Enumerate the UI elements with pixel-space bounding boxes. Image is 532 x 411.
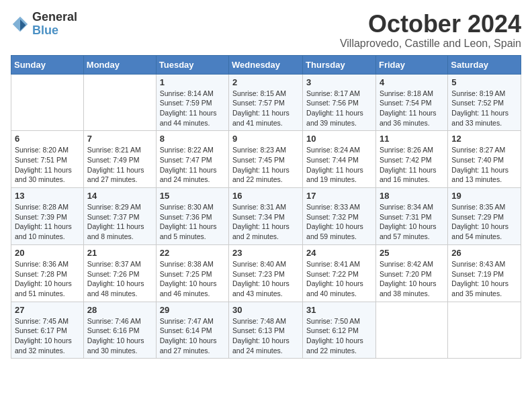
day-number: 17: [306, 191, 372, 201]
header-tuesday: Tuesday: [156, 55, 228, 74]
day-number: 4: [380, 77, 444, 87]
calendar-cell: [448, 302, 521, 359]
calendar-cell: 12Sunrise: 8:27 AM Sunset: 7:40 PM Dayli…: [448, 131, 521, 188]
calendar-week-row: 1Sunrise: 8:14 AM Sunset: 7:59 PM Daylig…: [11, 74, 521, 131]
calendar-cell: 18Sunrise: 8:34 AM Sunset: 7:31 PM Dayli…: [375, 188, 447, 245]
calendar-cell: 17Sunrise: 8:33 AM Sunset: 7:32 PM Dayli…: [303, 188, 376, 245]
logo-blue: Blue: [32, 24, 77, 38]
calendar-cell: 16Sunrise: 8:31 AM Sunset: 7:34 PM Dayli…: [229, 188, 303, 245]
calendar-table: SundayMondayTuesdayWednesdayThursdayFrid…: [11, 55, 521, 359]
day-number: 23: [232, 248, 299, 258]
calendar-cell: 3Sunrise: 8:17 AM Sunset: 7:56 PM Daylig…: [303, 74, 376, 131]
calendar-cell: 21Sunrise: 8:37 AM Sunset: 7:26 PM Dayli…: [83, 244, 156, 302]
day-info: Sunrise: 8:18 AM Sunset: 7:54 PM Dayligh…: [380, 89, 444, 128]
day-number: 13: [15, 191, 80, 201]
day-number: 31: [306, 305, 372, 315]
calendar-cell: 1Sunrise: 8:14 AM Sunset: 7:59 PM Daylig…: [156, 74, 228, 131]
calendar-cell: 4Sunrise: 8:18 AM Sunset: 7:54 PM Daylig…: [375, 74, 447, 131]
calendar-cell: 26Sunrise: 8:43 AM Sunset: 7:19 PM Dayli…: [448, 244, 521, 302]
calendar-week-row: 27Sunrise: 7:45 AM Sunset: 6:17 PM Dayli…: [11, 302, 521, 359]
title-block: October 2024 Villaprovedo, Castille and …: [340, 11, 521, 50]
calendar-cell: 6Sunrise: 8:20 AM Sunset: 7:51 PM Daylig…: [11, 131, 84, 188]
calendar-cell: 28Sunrise: 7:46 AM Sunset: 6:16 PM Dayli…: [83, 302, 156, 359]
calendar-cell: 23Sunrise: 8:40 AM Sunset: 7:23 PM Dayli…: [229, 244, 303, 302]
day-number: 7: [87, 134, 152, 144]
header-wednesday: Wednesday: [229, 55, 303, 74]
calendar-cell: 29Sunrise: 7:47 AM Sunset: 6:14 PM Dayli…: [156, 302, 228, 359]
header-sunday: Sunday: [11, 55, 84, 74]
day-number: 30: [232, 305, 299, 315]
header-friday: Friday: [375, 55, 447, 74]
day-info: Sunrise: 8:34 AM Sunset: 7:31 PM Dayligh…: [380, 202, 444, 242]
calendar-cell: 19Sunrise: 8:35 AM Sunset: 7:29 PM Dayli…: [448, 188, 521, 245]
day-info: Sunrise: 8:23 AM Sunset: 7:45 PM Dayligh…: [232, 145, 299, 185]
calendar-cell: 27Sunrise: 7:45 AM Sunset: 6:17 PM Dayli…: [11, 302, 84, 359]
logo: General Blue: [11, 11, 77, 38]
day-info: Sunrise: 7:46 AM Sunset: 6:16 PM Dayligh…: [87, 316, 152, 356]
day-number: 6: [15, 134, 80, 144]
calendar-week-row: 13Sunrise: 8:28 AM Sunset: 7:39 PM Dayli…: [11, 188, 521, 245]
day-info: Sunrise: 7:47 AM Sunset: 6:14 PM Dayligh…: [160, 316, 225, 356]
calendar-week-row: 20Sunrise: 8:36 AM Sunset: 7:28 PM Dayli…: [11, 244, 521, 302]
calendar-cell: 8Sunrise: 8:22 AM Sunset: 7:47 PM Daylig…: [156, 131, 228, 188]
day-number: 11: [380, 134, 444, 144]
day-info: Sunrise: 8:35 AM Sunset: 7:29 PM Dayligh…: [451, 202, 517, 242]
day-info: Sunrise: 8:26 AM Sunset: 7:42 PM Dayligh…: [380, 145, 444, 185]
calendar-cell: 10Sunrise: 8:24 AM Sunset: 7:44 PM Dayli…: [303, 131, 376, 188]
day-number: 26: [451, 248, 517, 258]
calendar-cell: 30Sunrise: 7:48 AM Sunset: 6:13 PM Dayli…: [229, 302, 303, 359]
day-number: 3: [306, 77, 372, 87]
day-number: 28: [87, 305, 152, 315]
day-number: 16: [232, 191, 299, 201]
day-info: Sunrise: 7:48 AM Sunset: 6:13 PM Dayligh…: [232, 316, 299, 356]
calendar-week-row: 6Sunrise: 8:20 AM Sunset: 7:51 PM Daylig…: [11, 131, 521, 188]
day-number: 22: [160, 248, 225, 258]
day-info: Sunrise: 8:41 AM Sunset: 7:22 PM Dayligh…: [306, 259, 372, 299]
day-number: 27: [15, 305, 80, 315]
day-info: Sunrise: 8:29 AM Sunset: 7:37 PM Dayligh…: [87, 202, 152, 242]
day-info: Sunrise: 8:37 AM Sunset: 7:26 PM Dayligh…: [87, 259, 152, 299]
day-number: 12: [451, 134, 517, 144]
calendar-cell: 11Sunrise: 8:26 AM Sunset: 7:42 PM Dayli…: [375, 131, 447, 188]
day-number: 20: [15, 248, 80, 258]
day-info: Sunrise: 8:28 AM Sunset: 7:39 PM Dayligh…: [15, 202, 80, 242]
day-info: Sunrise: 8:21 AM Sunset: 7:49 PM Dayligh…: [87, 145, 152, 185]
header-thursday: Thursday: [303, 55, 376, 74]
day-info: Sunrise: 8:20 AM Sunset: 7:51 PM Dayligh…: [15, 145, 80, 185]
day-info: Sunrise: 8:19 AM Sunset: 7:52 PM Dayligh…: [451, 89, 517, 128]
month-title: October 2024: [340, 11, 521, 38]
calendar-cell: 7Sunrise: 8:21 AM Sunset: 7:49 PM Daylig…: [83, 131, 156, 188]
day-number: 15: [160, 191, 225, 201]
calendar-cell: 31Sunrise: 7:50 AM Sunset: 6:12 PM Dayli…: [303, 302, 376, 359]
day-info: Sunrise: 8:38 AM Sunset: 7:25 PM Dayligh…: [160, 259, 225, 299]
calendar-cell: 2Sunrise: 8:15 AM Sunset: 7:57 PM Daylig…: [229, 74, 303, 131]
day-number: 2: [232, 77, 299, 87]
day-number: 21: [87, 248, 152, 258]
calendar-cell: 25Sunrise: 8:42 AM Sunset: 7:20 PM Dayli…: [375, 244, 447, 302]
day-number: 8: [160, 134, 225, 144]
day-info: Sunrise: 8:17 AM Sunset: 7:56 PM Dayligh…: [306, 89, 372, 128]
calendar-cell: 22Sunrise: 8:38 AM Sunset: 7:25 PM Dayli…: [156, 244, 228, 302]
logo-text: General Blue: [32, 11, 77, 38]
day-info: Sunrise: 8:43 AM Sunset: 7:19 PM Dayligh…: [451, 259, 517, 299]
day-number: 29: [160, 305, 225, 315]
day-number: 14: [87, 191, 152, 201]
day-info: Sunrise: 7:50 AM Sunset: 6:12 PM Dayligh…: [306, 316, 372, 356]
calendar-cell: [375, 302, 447, 359]
day-info: Sunrise: 8:14 AM Sunset: 7:59 PM Dayligh…: [160, 89, 225, 128]
day-info: Sunrise: 8:24 AM Sunset: 7:44 PM Dayligh…: [306, 145, 372, 185]
calendar-cell: [11, 74, 84, 131]
day-info: Sunrise: 8:31 AM Sunset: 7:34 PM Dayligh…: [232, 202, 299, 242]
day-number: 9: [232, 134, 299, 144]
calendar-cell: 9Sunrise: 8:23 AM Sunset: 7:45 PM Daylig…: [229, 131, 303, 188]
calendar-cell: 24Sunrise: 8:41 AM Sunset: 7:22 PM Dayli…: [303, 244, 376, 302]
day-info: Sunrise: 7:45 AM Sunset: 6:17 PM Dayligh…: [15, 316, 80, 356]
day-number: 1: [160, 77, 225, 87]
day-info: Sunrise: 8:36 AM Sunset: 7:28 PM Dayligh…: [15, 259, 80, 299]
calendar-cell: [83, 74, 156, 131]
calendar-cell: 15Sunrise: 8:30 AM Sunset: 7:36 PM Dayli…: [156, 188, 228, 245]
day-number: 10: [306, 134, 372, 144]
header-monday: Monday: [83, 55, 156, 74]
day-number: 18: [380, 191, 444, 201]
day-info: Sunrise: 8:27 AM Sunset: 7:40 PM Dayligh…: [451, 145, 517, 185]
